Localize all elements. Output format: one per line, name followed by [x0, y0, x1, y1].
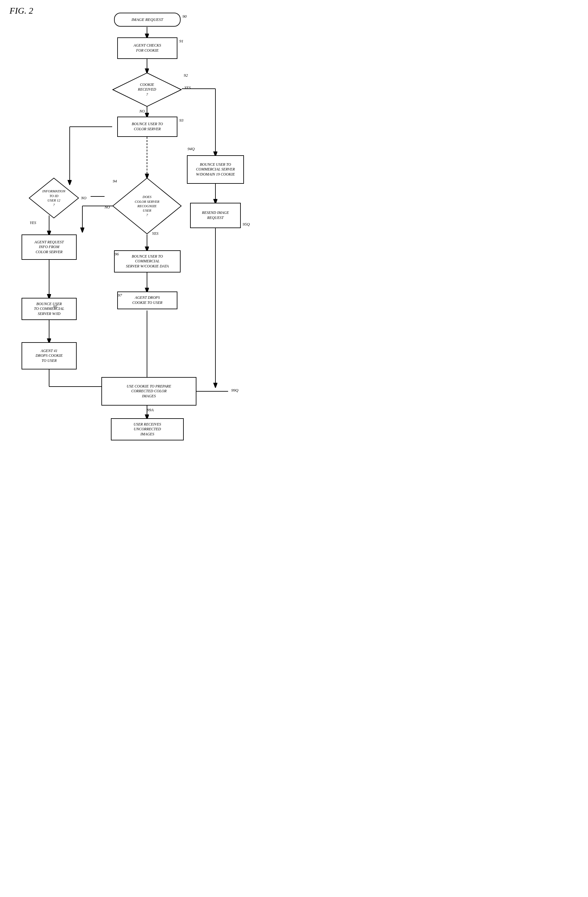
ref-95Q: 95Q	[243, 222, 250, 227]
node-bounce-commercial-domain: BOUNCE USER TO COMMERCIAL SERVER W/DOMAI…	[187, 155, 244, 184]
ref-95: 95	[53, 304, 57, 309]
node-resend-image: RESEND IMAGE REQUEST	[190, 203, 241, 228]
label-yes-recognize: YES	[152, 231, 158, 236]
node-agent-request-info: AGENT REQUEST INFO FROM COLOR SERVER	[21, 234, 77, 260]
label-no-recognize: NO	[104, 205, 110, 210]
node-agent-drops-cookie: AGENT DROPS COOKIE TO USER	[117, 291, 178, 309]
ref-93: 93	[179, 118, 184, 123]
ref-92: 92	[184, 73, 188, 78]
node-agent-41-drops: AGENT 41 DROPS COOKIE TO USER	[21, 342, 77, 369]
ref-99A: 99A	[147, 407, 154, 413]
node-bounce-color: BOUNCE USER TO COLOR SERVER	[117, 116, 178, 137]
ref-96: 96	[115, 252, 119, 257]
node-image-request: IMAGE REQUEST	[114, 13, 181, 27]
ref-97: 97	[118, 293, 122, 298]
ref-90: 90	[182, 14, 187, 19]
node-does-recognize: DOES COLOR SERVER RECOGNIZE USER ?	[112, 178, 182, 234]
ref-91: 91	[179, 39, 184, 44]
node-cookie-received: COOKIE RECEIVED ?	[112, 72, 182, 107]
ref-94Q: 94Q	[188, 146, 194, 152]
ref-99Q: 99Q	[231, 388, 238, 393]
node-bounce-commercial-id: BOUNCE USER TO COMMERCIAL SERVER W/ID	[21, 298, 77, 320]
label-yes-cookie: YES	[184, 86, 191, 90]
fig-label: FIG. 2	[9, 6, 33, 16]
label-yes-info: YES	[30, 220, 36, 225]
node-info-to-id: INFORMATION TO ID USER 12 ?	[29, 178, 79, 219]
node-user-receives: USER RECEIVES UNCORRECTED IMAGES	[111, 418, 184, 441]
label-no-info: NO	[81, 196, 86, 201]
node-use-cookie: USE COOKIE TO PREPARE CORRECTED COLOR IM…	[101, 377, 196, 406]
ref-94: 94	[113, 179, 117, 184]
node-agent-checks: AGENT CHECKS FOR COOKIE	[117, 37, 178, 59]
label-no-cookie: NO	[139, 109, 145, 114]
diagram: FIG. 2	[0, 0, 294, 448]
node-bounce-commercial-cookie: BOUNCE USER TO COMMERCIAL SERVER W/COOKI…	[114, 250, 181, 272]
